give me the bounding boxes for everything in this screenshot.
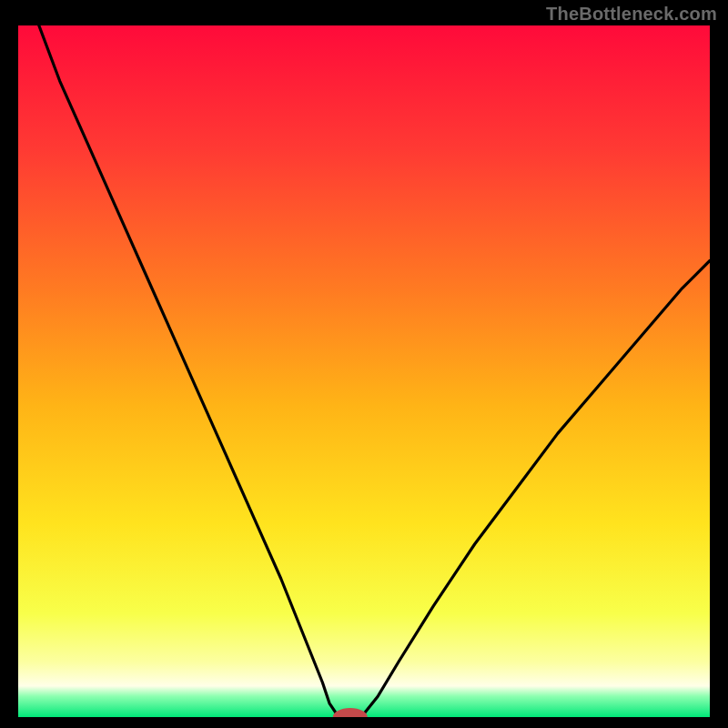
gradient-background xyxy=(18,25,710,717)
plot-area xyxy=(18,25,710,717)
watermark-text: TheBottleneck.com xyxy=(546,4,717,25)
chart-frame: TheBottleneck.com xyxy=(0,0,728,728)
plot-svg xyxy=(18,25,710,717)
